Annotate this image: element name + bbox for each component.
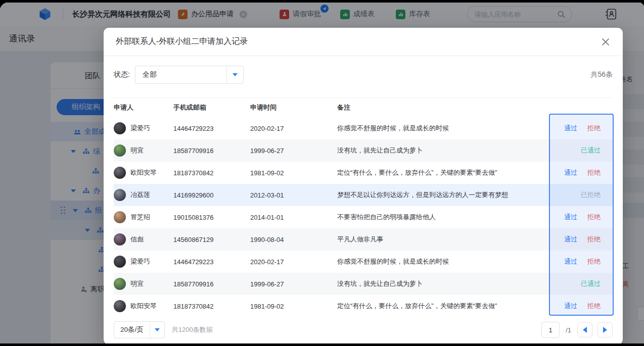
page-size-value: 20条/页	[114, 325, 150, 334]
apply-date: 1999-06-27	[250, 280, 337, 288]
applicant-phone: 18187370842	[173, 303, 250, 310]
applicant-phone: 18187370842	[173, 169, 250, 177]
table-row: 明宜185877099161999-06-27没有坑，就先让自己成为萝卜已通过	[114, 273, 613, 295]
applicant-phone: 14464729223	[173, 125, 250, 132]
apply-date: 1990-08-04	[250, 236, 337, 243]
screen: 长沙异次元网络科技有限公司 办公用品申请请假审批成绩表库存表	[0, 0, 644, 346]
status-select-value: 全部	[135, 70, 226, 79]
note-text: 定位“有什么，要什么，放弃什么”，关键的要素“要去做”	[337, 302, 549, 311]
applicant-phone: 18587709916	[173, 147, 250, 155]
note-text: 你感觉不舒服的时候，就是成长的时候	[337, 124, 549, 133]
applicant-name: 信彪	[130, 235, 144, 244]
status-badge: 已通过	[581, 146, 601, 155]
row-actions: 通过拒绝	[549, 124, 613, 133]
avatar	[114, 256, 126, 268]
table-header: 申请人 手机或邮箱 申请时间 备注	[114, 97, 613, 117]
applicant-name: 明宜	[130, 146, 144, 155]
records-total: 共56条	[590, 70, 613, 79]
applicant-name: 冶荔莲	[130, 190, 150, 200]
status-select[interactable]: 全部	[135, 66, 244, 84]
approve-link[interactable]: 通过	[564, 235, 577, 244]
row-actions: 通过拒绝	[549, 302, 613, 311]
chevron-down-icon[interactable]	[150, 322, 164, 338]
table-row: 冶荔莲141699296002012-03-01梦想不足以让你到达远方，但是到达…	[114, 184, 613, 206]
applications-table: 申请人 手机或邮箱 申请时间 备注 梁爱巧144647292232020-02-…	[114, 97, 613, 317]
approve-link[interactable]: 通过	[564, 168, 577, 177]
row-actions: 通过拒绝	[549, 235, 613, 244]
page-number-input[interactable]: 1	[541, 322, 560, 338]
approve-link[interactable]: 通过	[564, 213, 577, 222]
col-phone-email: 手机或邮箱	[173, 103, 250, 112]
avatar	[114, 189, 126, 201]
row-actions: 已通过	[549, 146, 613, 155]
modal-body: 状态: 全部 共56条 申请人 手机或邮箱 申请时间 备注 梁	[104, 66, 623, 317]
status-badge: 已通过	[581, 279, 601, 288]
note-text: 定位“有什么，要什么，放弃什么”，关键的要素“要去做”	[337, 168, 549, 177]
applicant-phone: 19015081376	[173, 214, 250, 221]
reject-link[interactable]: 拒绝	[587, 124, 601, 133]
note-text: 不要害怕把自己的弱项暴露给他人	[337, 213, 549, 222]
applicant-phone: 14169929600	[173, 191, 250, 199]
divider	[104, 56, 623, 56]
applicant-name: 欧阳安琴	[130, 302, 157, 311]
table-row: 梁爱巧144647292232020-02-17你感觉不舒服的时候，就是成长的时…	[114, 117, 613, 139]
page-total-label: /1	[566, 326, 571, 334]
chevron-down-icon[interactable]	[226, 66, 243, 83]
row-actions: 通过拒绝	[549, 168, 613, 177]
table-row: 明宜185877099161999-06-27没有坑，就先让自己成为萝卜已通过	[114, 139, 613, 162]
reject-link[interactable]: 拒绝	[587, 302, 601, 311]
applicant-name: 冒芝绍	[130, 213, 150, 222]
table-row: 冒芝绍190150813762014-01-01不要害怕把自己的弱项暴露给他人通…	[114, 206, 613, 228]
apply-date: 2020-02-17	[250, 258, 337, 266]
modal-title: 外部联系人-外联小组二申请加入记录	[116, 36, 248, 47]
apply-date: 2012-03-01	[250, 191, 337, 199]
applicant-phone: 14560867129	[173, 236, 250, 243]
pagination: 1 /1	[541, 322, 613, 338]
status-badge: 已拒绝	[581, 190, 601, 200]
table-row: 信彪145608671291990-08-04平凡人做非凡事通过拒绝	[114, 228, 613, 251]
row-actions: 通过拒绝	[549, 257, 613, 266]
join-records-modal: 外部联系人-外联小组二申请加入记录 状态: 全部 共56条	[104, 28, 623, 343]
row-actions: 已通过	[549, 279, 613, 288]
apply-date: 1981-09-02	[250, 303, 337, 310]
table-row: 欧阳安琴181873708421981-09-02定位“有什么，要什么，放弃什么…	[114, 162, 613, 184]
note-text: 没有坑，就先让自己成为萝卜	[337, 146, 549, 155]
reject-link[interactable]: 拒绝	[587, 213, 601, 222]
note-text: 没有坑，就先让自己成为萝卜	[337, 279, 549, 288]
approve-link[interactable]: 通过	[564, 124, 577, 133]
avatar	[114, 300, 126, 312]
approve-link[interactable]: 通过	[564, 257, 577, 266]
reject-link[interactable]: 拒绝	[587, 257, 601, 266]
col-applicant: 申请人	[114, 103, 173, 112]
filter-row: 状态: 全部 共56条	[114, 66, 613, 83]
applicant-name: 梁爱巧	[130, 257, 150, 266]
page-size-select[interactable]: 20条/页	[114, 321, 165, 338]
applicant-name: 梁爱巧	[130, 124, 150, 133]
table-row: 梁爱巧144647292232020-02-17你感觉不舒服的时候，就是成长的时…	[114, 251, 613, 273]
apply-date: 1981-09-02	[250, 169, 337, 177]
prev-page-button[interactable]	[577, 322, 592, 337]
status-filter-label: 状态:	[114, 70, 130, 79]
table-row: 欧阳安琴181873708421981-09-02定位“有什么，要什么，放弃什么…	[114, 295, 613, 317]
table-rows: 梁爱巧144647292232020-02-17你感觉不舒服的时候，就是成长的时…	[114, 117, 613, 317]
reject-link[interactable]: 拒绝	[587, 235, 601, 244]
avatar	[114, 278, 126, 290]
apply-date: 1999-06-27	[250, 147, 337, 155]
note-text: 平凡人做非凡事	[337, 235, 549, 244]
avatar	[114, 233, 126, 245]
reject-link[interactable]: 拒绝	[587, 168, 601, 177]
modal-header: 外部联系人-外联小组二申请加入记录	[104, 28, 623, 56]
apply-date: 2020-02-17	[250, 125, 337, 132]
next-page-button[interactable]	[597, 322, 613, 337]
close-icon[interactable]	[601, 37, 611, 47]
applicant-name: 欧阳安琴	[130, 168, 157, 177]
col-apply-time: 申请时间	[250, 103, 337, 112]
avatar	[114, 144, 126, 157]
applicant-phone: 18587709916	[173, 280, 250, 288]
applicant-phone: 14464729223	[173, 258, 250, 266]
avatar	[114, 167, 126, 179]
note-text: 你感觉不舒服的时候，就是成长的时候	[337, 257, 549, 266]
avatar	[114, 211, 126, 223]
avatar	[114, 122, 126, 134]
approve-link[interactable]: 通过	[564, 302, 577, 311]
